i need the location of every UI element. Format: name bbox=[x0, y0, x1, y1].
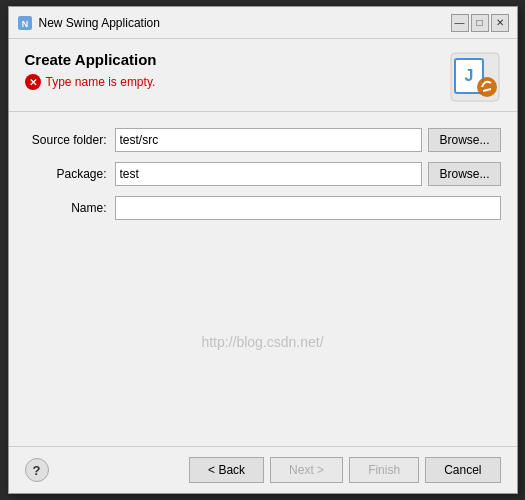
footer: ? < Back Next > Finish Cancel bbox=[9, 446, 517, 493]
footer-buttons: < Back Next > Finish Cancel bbox=[189, 457, 500, 483]
package-input[interactable] bbox=[115, 162, 423, 186]
name-input[interactable] bbox=[115, 196, 501, 220]
main-window: N New Swing Application — □ ✕ Create App… bbox=[8, 6, 518, 494]
minimize-button[interactable]: — bbox=[451, 14, 469, 32]
error-icon: ✕ bbox=[25, 74, 41, 90]
form-section: Source folder: Browse... Package: Browse… bbox=[9, 112, 517, 238]
source-folder-browse-button[interactable]: Browse... bbox=[428, 128, 500, 152]
svg-text:N: N bbox=[21, 19, 28, 29]
help-button[interactable]: ? bbox=[25, 458, 49, 482]
title-bar-controls: — □ ✕ bbox=[451, 14, 509, 32]
header-left: Create Application ✕ Type name is empty. bbox=[25, 51, 439, 90]
dialog-content: Create Application ✕ Type name is empty.… bbox=[9, 39, 517, 493]
svg-text:J: J bbox=[464, 67, 473, 84]
watermark-text: http://blog.csdn.net/ bbox=[201, 334, 323, 350]
cancel-button[interactable]: Cancel bbox=[425, 457, 500, 483]
footer-left: ? bbox=[25, 458, 49, 482]
title-bar-left: N New Swing Application bbox=[17, 15, 160, 31]
package-row: Package: Browse... bbox=[25, 162, 501, 186]
dialog-title: Create Application bbox=[25, 51, 439, 68]
name-row: Name: bbox=[25, 196, 501, 220]
close-button[interactable]: ✕ bbox=[491, 14, 509, 32]
window-title: New Swing Application bbox=[39, 16, 160, 30]
next-button[interactable]: Next > bbox=[270, 457, 343, 483]
window-icon: N bbox=[17, 15, 33, 31]
logo-svg: J bbox=[449, 51, 501, 103]
header-section: Create Application ✕ Type name is empty.… bbox=[9, 39, 517, 112]
main-area: http://blog.csdn.net/ bbox=[9, 238, 517, 446]
package-browse-button[interactable]: Browse... bbox=[428, 162, 500, 186]
error-text: Type name is empty. bbox=[46, 75, 156, 89]
back-button[interactable]: < Back bbox=[189, 457, 264, 483]
source-folder-row: Source folder: Browse... bbox=[25, 128, 501, 152]
finish-button[interactable]: Finish bbox=[349, 457, 419, 483]
package-label: Package: bbox=[25, 167, 115, 181]
name-label: Name: bbox=[25, 201, 115, 215]
error-message: ✕ Type name is empty. bbox=[25, 74, 439, 90]
source-folder-label: Source folder: bbox=[25, 133, 115, 147]
maximize-button[interactable]: □ bbox=[471, 14, 489, 32]
source-folder-input[interactable] bbox=[115, 128, 423, 152]
app-logo: J bbox=[449, 51, 501, 103]
title-bar: N New Swing Application — □ ✕ bbox=[9, 7, 517, 39]
svg-point-5 bbox=[477, 77, 497, 97]
